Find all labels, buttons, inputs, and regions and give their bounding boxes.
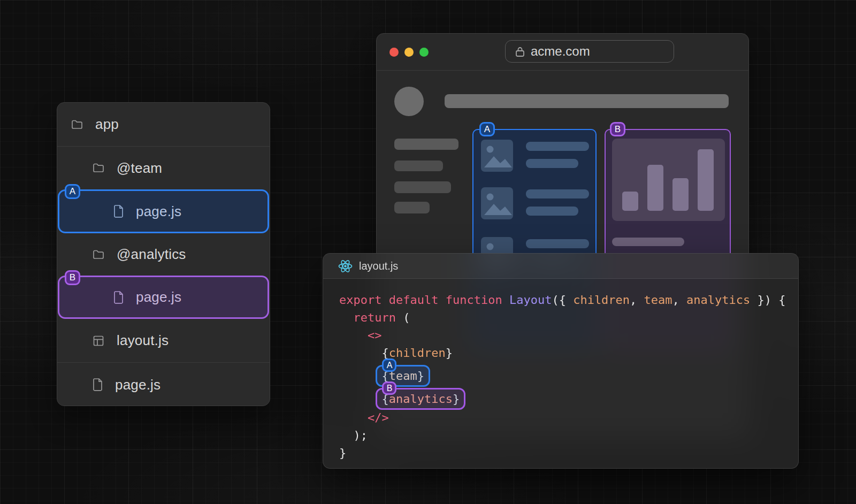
code-line: {analytics}B <box>339 388 465 406</box>
code-line: {team}A <box>339 365 430 383</box>
tree-row-page-js[interactable]: page.jsA <box>58 189 269 233</box>
minimize-button[interactable] <box>404 48 414 57</box>
badge-a: A <box>382 358 396 372</box>
close-button[interactable] <box>389 48 399 57</box>
code-token: return <box>354 311 396 324</box>
sidebar-placeholder <box>394 139 458 150</box>
zoom-button[interactable] <box>419 48 429 57</box>
tree-row-label: @team <box>117 160 162 177</box>
code-token: analytics <box>686 293 750 307</box>
tree-row-page-js[interactable]: page.js <box>57 363 270 407</box>
code-token: </> <box>368 411 389 424</box>
code-token: <> <box>368 329 382 342</box>
image-placeholder <box>481 140 513 172</box>
code-line: } <box>339 444 346 462</box>
chart-caption-placeholder <box>612 238 684 246</box>
code-token: }) { <box>750 293 785 307</box>
code-token: analytics <box>389 392 453 406</box>
badge-a: A <box>479 122 495 136</box>
text-line-placeholder <box>526 207 578 216</box>
badge-a: A <box>65 184 80 199</box>
text-line-placeholder <box>526 239 589 248</box>
tree-row-label: page.js <box>136 203 181 220</box>
code-line: export default function Layout({ childre… <box>339 291 786 309</box>
editor-filename: layout.js <box>359 260 398 272</box>
chart-bar-placeholder <box>622 192 638 211</box>
code-line: return ( <box>339 309 410 326</box>
tree-row--team[interactable]: @team <box>57 147 270 189</box>
text-line-placeholder <box>526 189 589 198</box>
badge-b: B <box>610 122 625 136</box>
code-area: export default function Layout({ childre… <box>323 279 798 468</box>
folder-icon <box>71 118 83 131</box>
chart-placeholder <box>612 139 725 221</box>
code-token: ( <box>396 311 410 324</box>
code-token: function <box>446 293 502 307</box>
code-token: } <box>417 369 424 383</box>
code-token: } <box>339 446 346 460</box>
code-line: ); <box>339 426 368 444</box>
traffic-lights <box>389 48 429 57</box>
badge-b: B <box>382 381 396 395</box>
file-tree-panel: app@teampage.jsA@analyticspage.jsBlayout… <box>57 102 270 406</box>
code-token: } <box>446 346 453 360</box>
chart-bar-placeholder <box>698 149 714 211</box>
code-highlight-box-b: {analytics}B <box>376 388 465 410</box>
code-token: ); <box>354 429 368 442</box>
editor-titlebar: layout.js <box>323 254 798 279</box>
code-token: ({ <box>552 293 573 307</box>
tree-row-label: @analytics <box>117 246 186 263</box>
sidebar-placeholder <box>394 181 451 193</box>
code-token: } <box>453 392 460 406</box>
code-token: Layout <box>509 293 552 307</box>
tree-row-layout-js[interactable]: layout.js <box>57 319 270 363</box>
avatar-placeholder <box>394 87 424 116</box>
react-icon <box>338 259 353 273</box>
sidebar-placeholder <box>394 161 443 171</box>
code-line: {children} <box>339 344 453 362</box>
tree-row-app[interactable]: app <box>57 103 270 147</box>
browser-titlebar: acme.com <box>377 34 748 71</box>
image-placeholder <box>481 187 513 219</box>
code-token <box>339 429 354 442</box>
file-icon <box>113 204 124 218</box>
badge-b: B <box>65 270 80 285</box>
lock-icon <box>515 46 525 57</box>
tree-row-label: page.js <box>136 289 181 306</box>
code-token <box>339 411 368 424</box>
code-token: team <box>644 293 672 307</box>
header-placeholder <box>445 94 729 108</box>
text-line-placeholder <box>526 142 589 151</box>
code-token: , <box>630 293 644 307</box>
code-token <box>339 311 354 324</box>
tree-row-label: app <box>95 116 119 133</box>
chart-bar-placeholder <box>647 165 663 211</box>
chart-bar-placeholder <box>672 178 689 211</box>
text-line-placeholder <box>526 159 578 168</box>
code-line: </> <box>339 409 389 426</box>
code-line: <> <box>339 326 381 344</box>
address-bar[interactable]: acme.com <box>505 40 674 63</box>
file-icon <box>92 378 103 392</box>
tree-row-page-js[interactable]: page.jsB <box>58 276 269 319</box>
sidebar-placeholder <box>394 202 430 213</box>
code-token: children <box>389 346 446 360</box>
page-background: { "badges": { "a_label": "A", "b_label":… <box>0 0 856 504</box>
code-token <box>339 329 368 342</box>
folder-icon <box>92 248 105 261</box>
tree-row--analytics[interactable]: @analytics <box>57 233 270 276</box>
layout-icon <box>92 334 105 347</box>
code-token <box>502 293 509 307</box>
code-token: export default <box>339 293 446 307</box>
file-icon <box>113 291 124 304</box>
code-token: , <box>672 293 687 307</box>
code-token: children <box>573 293 630 307</box>
code-token <box>339 346 381 360</box>
address-url: acme.com <box>531 44 590 59</box>
tree-row-label: layout.js <box>117 332 169 349</box>
tree-row-label: page.js <box>115 377 160 393</box>
code-editor-window: layout.js export default function Layout… <box>323 253 799 469</box>
folder-icon <box>92 162 105 174</box>
